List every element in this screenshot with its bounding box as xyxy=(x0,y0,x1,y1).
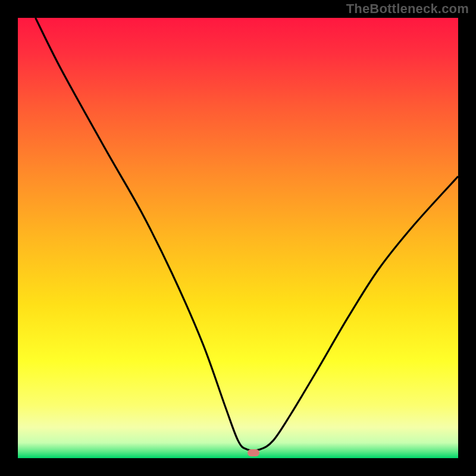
optimal-point-marker xyxy=(248,449,259,456)
curve-layer xyxy=(18,18,458,458)
watermark-text: TheBottleneck.com xyxy=(346,1,469,17)
bottleneck-curve xyxy=(36,18,458,450)
plot-area xyxy=(18,18,458,458)
chart-outer-frame: TheBottleneck.com xyxy=(0,0,476,476)
